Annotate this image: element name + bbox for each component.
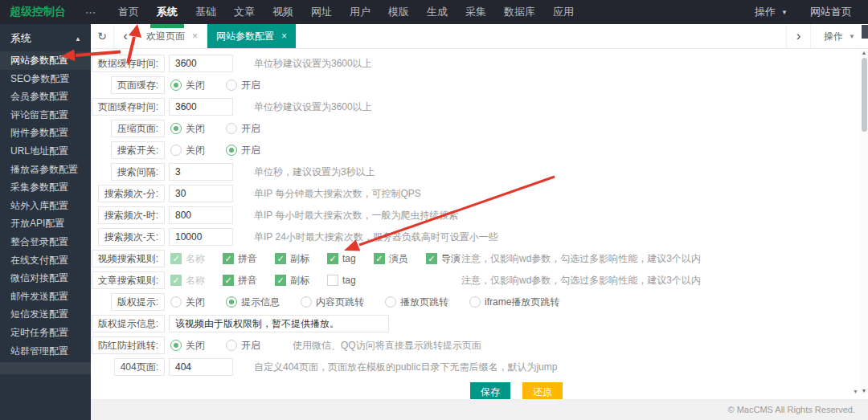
close-icon[interactable]: × xyxy=(192,31,198,42)
field-hint: 注意，仅影响wd参数，勾选过多影响性能，建议3个以内 xyxy=(461,252,701,266)
checkbox-subtitle[interactable]: 副标 xyxy=(275,274,309,287)
sidebar-item-seo-params[interactable]: SEO参数配置 xyxy=(0,70,91,88)
page-cache-time-input[interactable] xyxy=(169,98,233,116)
nav-item-user[interactable]: 用户 xyxy=(341,0,379,24)
sidebar-item-comment-params[interactable]: 评论留言配置 xyxy=(0,106,91,124)
form-row-copyright-notice: 版权提示: 关闭 提示信息 内容页跳转 播放页跳转 iframe播放页跳转 xyxy=(103,293,868,311)
nav-item-template[interactable]: 模版 xyxy=(379,0,418,24)
sidebar-group-system[interactable]: 系统 ▲ xyxy=(0,28,91,49)
close-icon[interactable]: × xyxy=(281,31,287,42)
field-hint: 自定义404页面，页面放在模板的public目录下无需后缀名，默认为jump xyxy=(254,361,557,374)
sidebar-item-site-group[interactable]: 站群管理配置 xyxy=(0,342,91,361)
field-hint: 单IP 24小时最大搜索次数，服务器负载高时可设置小一些 xyxy=(254,230,498,244)
tab-site-params[interactable]: 网站参数配置 × xyxy=(207,24,297,48)
scroll-up-icon[interactable]: ▲ xyxy=(860,50,868,55)
site-home-link[interactable]: 网站首页 xyxy=(810,5,852,19)
radio-content-redirect[interactable]: 内容页跳转 xyxy=(301,296,364,309)
sidebar-item-external-store[interactable]: 站外入库配置 xyxy=(0,197,91,215)
nav-item-database[interactable]: 数据库 xyxy=(495,0,544,24)
field-hint: 使用微信、QQ访问将直接显示跳转提示页面 xyxy=(293,339,481,353)
radio-off[interactable]: 关闭 xyxy=(170,79,205,92)
scroll-down-icon[interactable]: ▼ xyxy=(860,388,868,393)
checkbox-tag[interactable]: tag xyxy=(327,275,356,286)
radio-icon xyxy=(226,123,237,134)
sidebar-item-player-params[interactable]: 播放器参数配置 xyxy=(0,161,91,179)
radio-icon xyxy=(170,296,182,308)
nav-item-website[interactable]: 网址 xyxy=(302,0,341,24)
radio-play-redirect[interactable]: 播放页跳转 xyxy=(385,296,448,309)
form-row-search-freq-hour: 搜索频次-时: 单IP 每小时最大搜索次数，一般为爬虫持续搜索 xyxy=(103,206,868,224)
sidebar-item-member-params[interactable]: 会员参数配置 xyxy=(0,88,91,106)
app-logo: 超级控制台 xyxy=(0,5,66,19)
radio-off[interactable]: 关闭 xyxy=(170,122,205,136)
checkbox-actor[interactable]: 演员 xyxy=(374,252,408,266)
form-row-video-search-rule: 视频搜索规则: 名称 拼音 副标 tag 演员 导演 注意，仅影响wd参数，勾选… xyxy=(103,250,868,267)
radio-on[interactable]: 开启 xyxy=(226,79,260,92)
form-row-compress-page: 压缩页面: 关闭 开启 xyxy=(103,120,868,137)
search-freq-hour-input[interactable] xyxy=(169,206,233,224)
field-label: 数据缓存时间: xyxy=(92,55,165,72)
radio-iframe-redirect[interactable]: iframe播放页跳转 xyxy=(469,296,559,309)
field-label: 搜索频次-天: xyxy=(98,228,165,246)
nav-item-system[interactable]: 系统 xyxy=(148,0,186,24)
field-label: 搜索开关: xyxy=(111,141,165,159)
checkbox-icon xyxy=(223,275,234,286)
data-cache-time-input[interactable] xyxy=(169,55,233,72)
refresh-icon[interactable]: ↻ xyxy=(91,24,114,48)
nav-item-generate[interactable]: 生成 xyxy=(418,0,457,24)
checkbox-pinyin[interactable]: 拼音 xyxy=(223,274,257,287)
radio-off[interactable]: 关闭 xyxy=(170,296,205,309)
sidebar-item-integrated-login[interactable]: 整合登录配置 xyxy=(0,233,91,251)
search-interval-input[interactable] xyxy=(169,163,233,181)
checkbox-subtitle[interactable]: 副标 xyxy=(275,252,309,266)
radio-on[interactable]: 开启 xyxy=(226,144,260,157)
tab-actions-dropdown[interactable]: 操作 ▼ xyxy=(810,24,868,48)
checkbox-director[interactable]: 导演 xyxy=(426,252,461,266)
nav-item-video[interactable]: 视频 xyxy=(264,0,302,24)
sidebar-item-wechat[interactable]: 微信对接配置 xyxy=(0,269,91,287)
form-row-article-search-rule: 文章搜索规则: 名称 拼音 副标 tag 注意，仅影响wd参数，勾选过多影响性能… xyxy=(103,271,868,289)
checkbox-icon xyxy=(327,275,338,286)
search-freq-min-input[interactable] xyxy=(169,185,233,202)
sidebar-item-cron[interactable]: 定时任务配置 xyxy=(0,324,91,342)
field-label: 搜索间隔: xyxy=(111,163,165,181)
sidebar-item-url-config[interactable]: URL地址配置 xyxy=(0,142,91,161)
nav-item-article[interactable]: 文章 xyxy=(225,0,264,24)
save-button[interactable]: 保存 xyxy=(470,382,510,399)
settings-form: 数据缓存时间: 单位秒建议设置为3600以上 页面缓存: 关闭 开启 页面缓存时… xyxy=(91,49,868,399)
page-404-input[interactable] xyxy=(169,358,233,376)
checkbox-pinyin[interactable]: 拼音 xyxy=(223,252,257,266)
nav-item-basic[interactable]: 基础 xyxy=(186,0,225,24)
more-menu-icon[interactable]: ⋯ xyxy=(85,6,96,18)
sidebar-item-site-params[interactable]: 网站参数配置 xyxy=(0,51,91,70)
nav-item-collect[interactable]: 采集 xyxy=(457,0,495,24)
copyright-message-input[interactable] xyxy=(169,315,389,332)
sidebar-item-collect-params[interactable]: 采集参数配置 xyxy=(0,178,91,197)
tabs-scroll-left-icon[interactable]: ‹ xyxy=(114,24,137,48)
sidebar-item-attachment-params[interactable]: 附件参数配置 xyxy=(0,124,91,142)
topbar-action-dropdown[interactable]: 操作 ▼ xyxy=(755,5,788,19)
sidebar-item-open-api[interactable]: 开放API配置 xyxy=(0,214,91,233)
reset-button[interactable]: 还原 xyxy=(522,382,563,399)
sidebar-item-email[interactable]: 邮件发送配置 xyxy=(0,287,91,306)
topbar-action-label: 操作 xyxy=(755,5,776,19)
radio-notice-info[interactable]: 提示信息 xyxy=(226,296,280,309)
vertical-scrollbar[interactable]: ▲ ▼ xyxy=(860,49,868,394)
search-freq-day-input[interactable] xyxy=(169,228,233,246)
form-row-search-interval: 搜索间隔: 单位秒，建议设置为3秒以上 xyxy=(103,163,868,181)
checkbox-tag[interactable]: tag xyxy=(327,253,356,264)
radio-off[interactable]: 关闭 xyxy=(170,144,205,157)
field-label: 404页面: xyxy=(114,358,165,376)
caret-down-icon: ▼ xyxy=(849,33,855,40)
radio-on[interactable]: 开启 xyxy=(226,339,260,353)
nav-item-app[interactable]: 应用 xyxy=(544,0,583,24)
nav-item-home[interactable]: 首页 xyxy=(109,0,148,24)
sidebar-item-online-pay[interactable]: 在线支付配置 xyxy=(0,251,91,270)
scrollbar-thumb[interactable] xyxy=(862,58,867,132)
radio-on[interactable]: 开启 xyxy=(226,122,260,136)
field-label: 防红防封跳转: xyxy=(92,336,165,354)
tabs-scroll-right-icon[interactable]: › xyxy=(786,24,810,48)
field-label: 版权提示信息: xyxy=(92,315,165,332)
radio-off[interactable]: 关闭 xyxy=(170,339,205,353)
sidebar-item-sms[interactable]: 短信发送配置 xyxy=(0,305,91,324)
